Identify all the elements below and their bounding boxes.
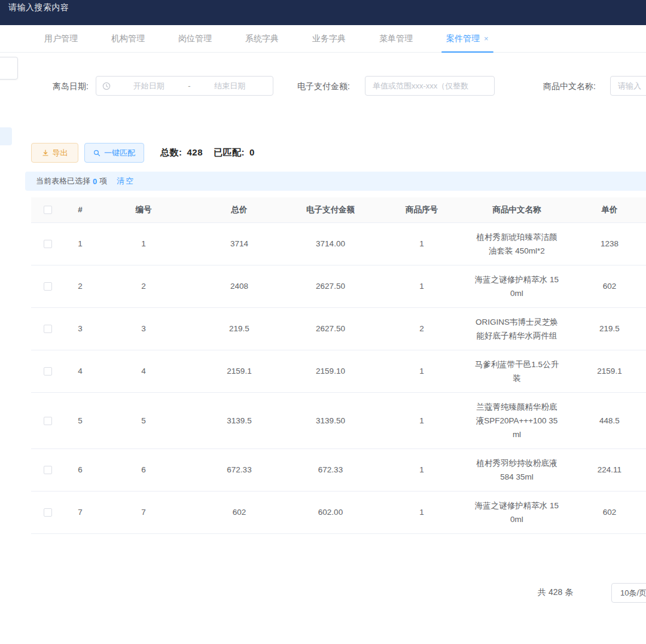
matched-value: 0 [249, 147, 255, 158]
clear-selection-link[interactable]: 清空 [117, 176, 135, 187]
cell-index: 7 [65, 491, 96, 533]
table-row: 1137143714.001植村秀新琥珀臻萃洁颜油套装 450ml*21238 [31, 222, 646, 265]
table-row: 66672.33672.331植村秀羽纱持妆粉底液584 35ml224.11 [31, 448, 646, 491]
case-table-wrapper: # 编号 总价 电子支付金额 商品序号 商品中文名称 单价 1137143714… [31, 197, 646, 541]
download-icon [42, 149, 49, 157]
selection-prefix: 当前表格已选择 [36, 176, 90, 187]
cell-name: ORIGINS韦博士灵芝焕能好底子精华水两件组 [470, 307, 564, 350]
cell-unit: 219.5 [564, 307, 646, 350]
row-checkbox[interactable] [44, 466, 52, 474]
col-product-seq: 商品序号 [374, 197, 470, 222]
selection-alert-bar: 当前表格已选择 0 项 清空 [25, 172, 646, 191]
start-date-placeholder[interactable]: 开始日期 [112, 81, 185, 91]
tab-business-dict[interactable]: 业务字典 [304, 25, 354, 53]
selection-count: 0 [93, 177, 97, 186]
cell-code: 8 [96, 533, 191, 541]
cell-seq: 1 [374, 265, 470, 307]
end-date-placeholder[interactable]: 结束日期 [193, 81, 267, 91]
cell-unit: 224.11 [564, 448, 646, 491]
cell-total: 2159.1 [191, 350, 287, 392]
cell-total: 3714 [191, 222, 287, 265]
left-edge-chip [0, 127, 12, 145]
top-navbar: 请输入搜索内容 [0, 0, 646, 25]
cell-unit: 602 [564, 491, 646, 533]
cell-total: 602 [191, 491, 287, 533]
pagination-total: 共 428 条 [538, 587, 573, 598]
cell-code: 7 [96, 491, 191, 533]
cell-name: 海蓝之谜修护精萃水 150ml [470, 491, 564, 533]
depart-date-range-picker[interactable]: 开始日期 - 结束日期 [96, 76, 273, 96]
cell-index: 3 [65, 307, 96, 350]
epay-amount-input[interactable]: 单值或范围xxx-xxx（仅整数 [365, 76, 495, 96]
page-size-select[interactable]: 10条/页 [611, 583, 646, 603]
cell-name: 兰蔻菁纯臻颜精华粉底液SPF20PA+++100 35ml [470, 392, 564, 448]
collapsed-panel-box[interactable] [0, 57, 18, 80]
cell-unit: 1238 [564, 222, 646, 265]
cell-name: 植村秀新琥珀臻萃洁颜油套装 450ml*2 [470, 222, 564, 265]
cell-index: 5 [65, 392, 96, 448]
export-button[interactable]: 导出 [31, 143, 78, 163]
cell-code: 1 [96, 222, 191, 265]
table-row: 77602602.001海蓝之谜修护精萃水 150ml602 [31, 491, 646, 533]
epay-amount-placeholder: 单值或范围xxx-xxx（仅整数 [373, 81, 468, 91]
tab-bar: 用户管理 机构管理 岗位管理 系统字典 业务字典 菜单管理 案件管理 × [0, 25, 646, 53]
cell-index: 1 [65, 222, 96, 265]
cell-seq: 1 [374, 533, 470, 541]
tab-user-management[interactable]: 用户管理 [36, 25, 86, 53]
cell-name: 植村秀羽纱持妆粉底液584 35ml [470, 448, 564, 491]
cell-name: 马爹利蓝带干邑1.5公升装 [470, 350, 564, 392]
row-checkbox[interactable] [44, 417, 52, 425]
tab-org-management[interactable]: 机构管理 [103, 25, 153, 53]
cell-paid: 1233.47 [287, 533, 374, 541]
one-click-match-button[interactable]: 一键匹配 [84, 143, 144, 163]
table-row: 553139.53139.501兰蔻菁纯臻颜精华粉底液SPF20PA+++100… [31, 392, 646, 448]
cell-code: 3 [96, 307, 191, 350]
cell-unit: 411.16 [564, 533, 646, 541]
product-name-input[interactable]: 请输入 [610, 76, 646, 96]
tab-system-dict[interactable]: 系统字典 [237, 25, 287, 53]
tab-close-icon[interactable]: × [484, 35, 489, 42]
table-row: 33219.52627.502ORIGINS韦博士灵芝焕能好底子精华水两件组21… [31, 307, 646, 350]
cell-index: 4 [65, 350, 96, 392]
total-label: 总数: [160, 147, 182, 158]
select-all-checkbox[interactable] [44, 206, 52, 214]
row-checkbox[interactable] [44, 508, 52, 517]
tab-menu-management[interactable]: 菜单管理 [371, 25, 421, 53]
row-checkbox[interactable] [44, 325, 52, 333]
cell-paid: 3714.00 [287, 222, 374, 265]
global-search-input[interactable]: 请输入搜索内容 [8, 2, 69, 13]
cell-index: 8 [65, 533, 96, 541]
col-product-name: 商品中文名称 [470, 197, 564, 222]
table-header-row: # 编号 总价 电子支付金额 商品序号 商品中文名称 单价 [31, 197, 646, 222]
cell-seq: 1 [374, 222, 470, 265]
total-value: 428 [187, 147, 203, 158]
tab-post-management[interactable]: 岗位管理 [170, 25, 220, 53]
cell-paid: 602.00 [287, 491, 374, 533]
search-icon [93, 149, 100, 157]
table-row: 881233.471233.471卡诗菁纯亮泽经典香氛 100ml411.16 [31, 533, 646, 541]
product-name-label: 商品中文名称: [543, 81, 596, 92]
clock-icon [102, 82, 111, 90]
col-index: # [65, 197, 96, 222]
cell-total: 672.33 [191, 448, 287, 491]
cell-total: 1233.47 [191, 533, 287, 541]
selection-suffix: 项 [99, 176, 107, 187]
header-select-all [31, 197, 65, 222]
cell-seq: 1 [374, 350, 470, 392]
case-table: # 编号 总价 电子支付金额 商品序号 商品中文名称 单价 1137143714… [31, 197, 646, 541]
row-checkbox[interactable] [44, 282, 52, 291]
col-epay-amount: 电子支付金额 [287, 197, 374, 222]
col-total-price: 总价 [191, 197, 287, 222]
cell-code: 2 [96, 265, 191, 307]
cell-paid: 3139.50 [287, 392, 374, 448]
cell-total: 219.5 [191, 307, 287, 350]
cell-unit: 2159.1 [564, 350, 646, 392]
match-stats: 总数:428 已匹配:0 [160, 147, 255, 158]
row-checkbox[interactable] [44, 367, 52, 376]
epay-amount-label: 电子支付金额: [297, 81, 350, 92]
tab-case-management[interactable]: 案件管理 × [438, 25, 497, 53]
depart-date-label: 离岛日期: [53, 81, 89, 92]
row-checkbox[interactable] [44, 240, 52, 248]
product-name-placeholder: 请输入 [618, 81, 641, 91]
col-code: 编号 [96, 197, 191, 222]
